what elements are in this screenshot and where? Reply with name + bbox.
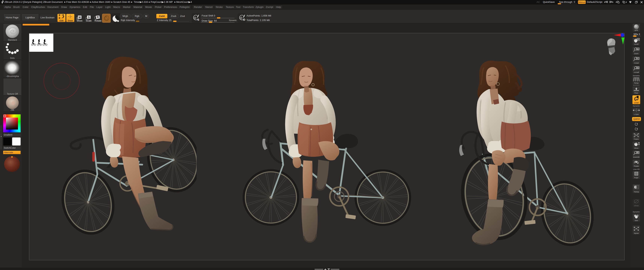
svg-text:S: S: [88, 16, 90, 19]
svg-text:S: S: [197, 18, 199, 21]
svg-text:M: M: [79, 16, 81, 19]
svg-text:R: R: [96, 16, 99, 19]
svg-text:z: z: [636, 128, 637, 130]
svg-text:D: D: [243, 18, 245, 21]
svg-text:x1: x1: [637, 58, 639, 59]
